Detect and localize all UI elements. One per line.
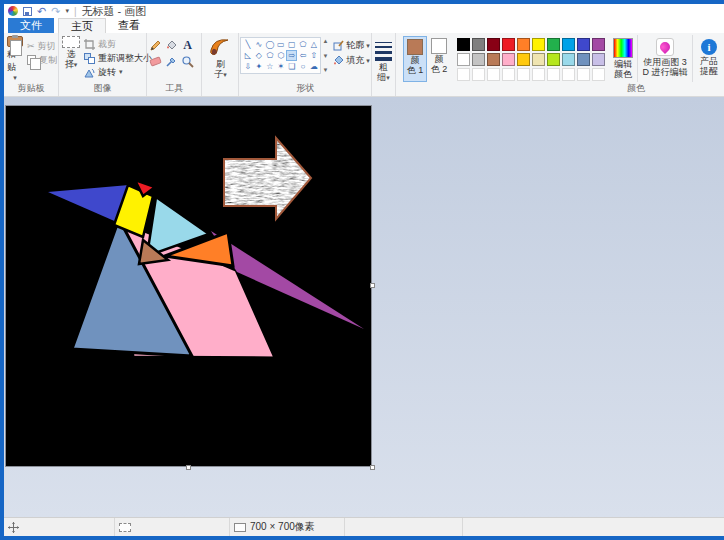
palette-color-swatch[interactable]	[577, 53, 590, 66]
canvas-resize-handle-bottom[interactable]	[186, 465, 191, 470]
shape-option-icon[interactable]: ◺	[242, 50, 253, 61]
palette-color-swatch[interactable]	[457, 53, 470, 66]
shape-option-icon[interactable]: ☁	[308, 61, 319, 72]
eraser-tool[interactable]	[148, 54, 163, 69]
palette-color-swatch[interactable]	[472, 38, 485, 51]
group-colors: 颜色 1 颜色 2 编辑颜色	[396, 33, 724, 96]
palette-color-swatch[interactable]	[457, 38, 470, 51]
outline-button[interactable]: 轮廓 ▾	[333, 39, 370, 52]
resize-button[interactable]: 重新调整大小	[82, 51, 152, 65]
shape-option-icon[interactable]: ☆	[264, 61, 275, 72]
palette-color-swatch[interactable]	[472, 53, 485, 66]
palette-empty-swatch	[502, 68, 515, 81]
crop-button[interactable]: 裁剪	[82, 37, 152, 51]
select-label: 选 择▾	[65, 49, 78, 69]
group-label-shapes: 形状	[239, 82, 370, 95]
group-shapes: ╲∿◯▭▢⬠△◺◇⬠⬡⇨⇦⇧⇩✦☆✶❏○☁ ▲ ▼ ▼ 轮廓 ▾ 填充	[239, 33, 371, 96]
work-area	[4, 97, 724, 517]
palette-color-swatch[interactable]	[502, 38, 515, 51]
shapes-more-icon[interactable]: ▼	[322, 67, 328, 73]
fill-tool[interactable]	[164, 38, 179, 53]
select-button[interactable]: 选 择▾	[60, 35, 82, 82]
status-selection-segment	[115, 518, 230, 536]
shape-option-icon[interactable]: ⇧	[308, 50, 319, 61]
palette-empty-swatch	[532, 68, 545, 81]
palette-color-swatch[interactable]	[532, 38, 545, 51]
tab-file[interactable]: 文件	[8, 18, 54, 33]
shape-option-icon[interactable]: ✦	[253, 61, 264, 72]
shapes-scroll-up-icon[interactable]: ▲	[322, 38, 328, 44]
edit-colors-icon	[613, 38, 633, 58]
shape-option-icon[interactable]: ◇	[253, 50, 264, 61]
palette-color-swatch[interactable]	[547, 38, 560, 51]
palette-color-swatch[interactable]	[487, 53, 500, 66]
shape-option-icon[interactable]: ⬠	[264, 50, 275, 61]
line-thickness-icon	[375, 42, 392, 61]
shape-option-icon[interactable]: ⬠	[297, 39, 308, 50]
color1-button[interactable]: 颜色 1	[403, 36, 427, 82]
text-tool[interactable]: A	[180, 38, 195, 53]
palette-color-swatch[interactable]	[562, 38, 575, 51]
shape-option-icon[interactable]: ⇩	[242, 61, 253, 72]
palette-empty-swatch	[517, 68, 530, 81]
shape-option-icon[interactable]: ⬡	[275, 50, 286, 61]
palette-color-swatch[interactable]	[502, 53, 515, 66]
palette-color-swatch[interactable]	[517, 38, 530, 51]
palette-color-swatch[interactable]	[592, 53, 605, 66]
resize-label: 重新调整大小	[98, 52, 152, 65]
copy-label: 复制	[39, 54, 57, 67]
tab-view[interactable]: 查看	[106, 18, 152, 33]
shape-option-icon[interactable]: ❏	[286, 61, 297, 72]
brush-icon	[208, 36, 232, 58]
shape-option-icon[interactable]: ⇨	[286, 50, 297, 61]
palette-color-swatch[interactable]	[547, 53, 560, 66]
palette-empty-swatch	[592, 68, 605, 81]
shape-option-icon[interactable]: ╲	[242, 39, 253, 50]
color-picker-tool[interactable]	[164, 54, 179, 69]
shape-option-icon[interactable]: ∿	[253, 39, 264, 50]
palette-color-swatch[interactable]	[487, 38, 500, 51]
paint-logo-icon	[8, 6, 18, 16]
fill-label: 填充	[346, 54, 364, 67]
palette-color-swatch[interactable]	[577, 38, 590, 51]
shapes-scroll-down-icon[interactable]: ▼	[322, 53, 328, 59]
ribbon-tabs: 文件 主页 查看	[4, 18, 724, 33]
shape-option-icon[interactable]: ▭	[275, 39, 286, 50]
shape-option-icon[interactable]: ◯	[264, 39, 275, 50]
window-border-bottom	[0, 536, 724, 540]
shape-option-icon[interactable]: ▢	[286, 39, 297, 50]
copy-button[interactable]: 复制	[25, 53, 57, 67]
drawing-canvas[interactable]	[5, 105, 372, 467]
tab-home[interactable]: 主页	[58, 18, 106, 33]
shape-option-icon[interactable]: ○	[297, 61, 308, 72]
size-button[interactable]: 粗 细▾	[373, 35, 394, 83]
palette-color-swatch[interactable]	[562, 53, 575, 66]
brushes-button[interactable]: 刷 子▾	[203, 35, 237, 80]
canvas-resize-handle-corner[interactable]	[370, 465, 375, 470]
rotate-button[interactable]: 旋转 ▾	[82, 65, 152, 79]
shapes-grid: ╲∿◯▭▢⬠△◺◇⬠⬡⇨⇦⇧⇩✦☆✶❏○☁	[240, 37, 321, 74]
shape-option-icon[interactable]: ⇦	[297, 50, 308, 61]
pencil-icon	[149, 39, 162, 52]
pencil-tool[interactable]	[148, 38, 163, 53]
undo-icon[interactable]: ↶	[37, 6, 46, 17]
status-bar: 700 × 700像素	[4, 517, 724, 536]
shape-option-icon[interactable]: △	[308, 39, 319, 50]
fill-button[interactable]: 填充 ▾	[333, 54, 370, 67]
shape-option-icon[interactable]: ✶	[275, 61, 286, 72]
color2-button[interactable]: 颜色 2	[427, 36, 451, 82]
palette-color-swatch[interactable]	[532, 53, 545, 66]
magnifier-tool[interactable]	[180, 54, 195, 69]
shapes-scroll: ▲ ▼ ▼	[321, 37, 329, 74]
canvas-resize-handle-right[interactable]	[370, 283, 375, 288]
redo-icon[interactable]: ↷	[51, 6, 60, 17]
save-icon[interactable]	[23, 7, 32, 16]
palette-color-swatch[interactable]	[517, 53, 530, 66]
qat-dropdown-icon[interactable]: ▾	[65, 8, 69, 14]
edit-colors-button[interactable]: 编辑颜色	[611, 35, 635, 82]
palette-color-swatch[interactable]	[592, 38, 605, 51]
cut-button[interactable]: ✂ 剪切	[25, 39, 57, 53]
paste-button[interactable]: 粘贴 ▾	[5, 35, 25, 82]
product-alerts-button[interactable]: i 产品提醒	[695, 35, 723, 82]
paint3d-button[interactable]: 使用画图 3D 进行编辑	[640, 35, 690, 82]
